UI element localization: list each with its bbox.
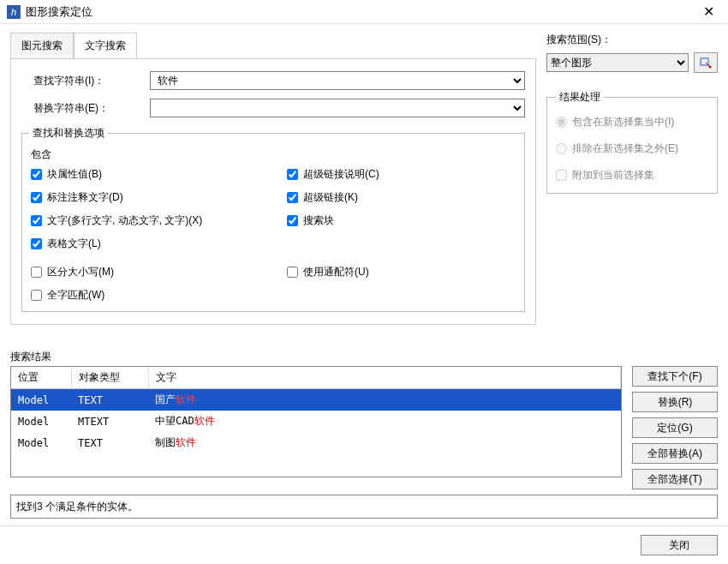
select-window-icon xyxy=(699,57,713,69)
find-replace-options: 查找和替换选项 包含 块属性值(B) 超级链接说明(C) 标注注释文字(D) 超… xyxy=(21,126,525,312)
tab-text-search[interactable]: 文字搜索 xyxy=(74,33,137,58)
table-row[interactable]: ModelTEXT制图软件 xyxy=(11,432,621,453)
checkbox-table-text[interactable]: 表格文字(L) xyxy=(31,237,261,251)
replace-all-button[interactable]: 全部替换(A) xyxy=(632,443,718,464)
find-string-label: 查找字符串(I)： xyxy=(21,74,150,88)
checkbox-wildcard[interactable]: 使用通配符(U) xyxy=(287,265,517,279)
options-legend: 查找和替换选项 xyxy=(29,126,108,141)
checkbox-case-sensitive[interactable]: 区分大小写(M) xyxy=(31,265,261,279)
col-header-type[interactable]: 对象类型 xyxy=(71,367,148,389)
checkbox-whole-word[interactable]: 全字匹配(W) xyxy=(31,288,261,303)
results-handling-legend: 结果处理 xyxy=(556,90,604,105)
checkbox-hyperlink-desc[interactable]: 超级链接说明(C) xyxy=(287,167,517,182)
text-search-panel: 查找字符串(I)： 软件 替换字符串(E)： 查找和替换选项 包含 块属性值(B… xyxy=(10,58,536,325)
window-title: 图形搜索定位 xyxy=(26,4,695,20)
locate-button[interactable]: 定位(G) xyxy=(632,417,718,438)
checkbox-hyperlink[interactable]: 超级链接(K) xyxy=(287,190,517,205)
window: h 图形搜索定位 ✕ 图元搜索 文字搜索 查找字符串(I)： 软件 替换字符串(… xyxy=(0,0,728,564)
checkbox-append-selection: 附加到当前选择集 xyxy=(556,168,708,183)
results-handling-group: 结果处理 包含在新选择集当中(I) 排除在新选择集之外(E) 附加到当前选择集 xyxy=(546,90,718,194)
col-header-text[interactable]: 文字 xyxy=(148,367,621,389)
app-icon: h xyxy=(7,5,21,19)
status-text: 找到3 个满足条件的实体。 xyxy=(16,500,138,514)
col-header-position[interactable]: 位置 xyxy=(11,367,71,389)
checkbox-block-attr[interactable]: 块属性值(B) xyxy=(31,167,261,182)
replace-string-input[interactable] xyxy=(150,99,525,117)
close-button[interactable]: 关闭 xyxy=(641,535,718,555)
status-bar: 找到3 个满足条件的实体。 xyxy=(10,495,718,519)
search-scope-select[interactable]: 整个图形 xyxy=(546,53,689,72)
results-table[interactable]: 位置 对象类型 文字 ModelTEXT国产软件ModelMTEXT中望CAD软… xyxy=(10,366,622,477)
search-tabs: 图元搜索 文字搜索 xyxy=(10,33,536,58)
checkbox-search-block[interactable]: 搜索块 xyxy=(287,213,517,228)
radio-exclude-selection: 排除在新选择集之外(E) xyxy=(556,141,708,156)
find-next-button[interactable]: 查找下个(F) xyxy=(632,366,718,387)
table-row[interactable]: ModelMTEXT中望CAD软件 xyxy=(11,411,621,432)
table-row[interactable]: ModelTEXT国产软件 xyxy=(11,389,621,411)
replace-button[interactable]: 替换(R) xyxy=(632,392,718,412)
svg-point-1 xyxy=(709,66,712,69)
search-results-label: 搜索结果 xyxy=(10,350,718,364)
close-icon[interactable]: ✕ xyxy=(695,3,721,20)
radio-include-selection: 包含在新选择集当中(I) xyxy=(556,115,708,129)
titlebar: h 图形搜索定位 ✕ xyxy=(0,0,728,24)
checkbox-annotation-text[interactable]: 标注注释文字(D) xyxy=(31,190,261,205)
contains-label: 包含 xyxy=(31,147,517,162)
checkbox-multi-text[interactable]: 文字(多行文字, 动态文字, 文字)(X) xyxy=(31,213,261,228)
replace-string-label: 替换字符串(E)： xyxy=(21,101,150,116)
search-scope-label: 搜索范围(S)： xyxy=(546,33,718,47)
select-all-button[interactable]: 全部选择(T) xyxy=(632,469,718,489)
select-objects-button[interactable] xyxy=(694,52,718,73)
tab-entity-search[interactable]: 图元搜索 xyxy=(10,33,74,58)
find-string-input[interactable]: 软件 xyxy=(150,71,525,90)
